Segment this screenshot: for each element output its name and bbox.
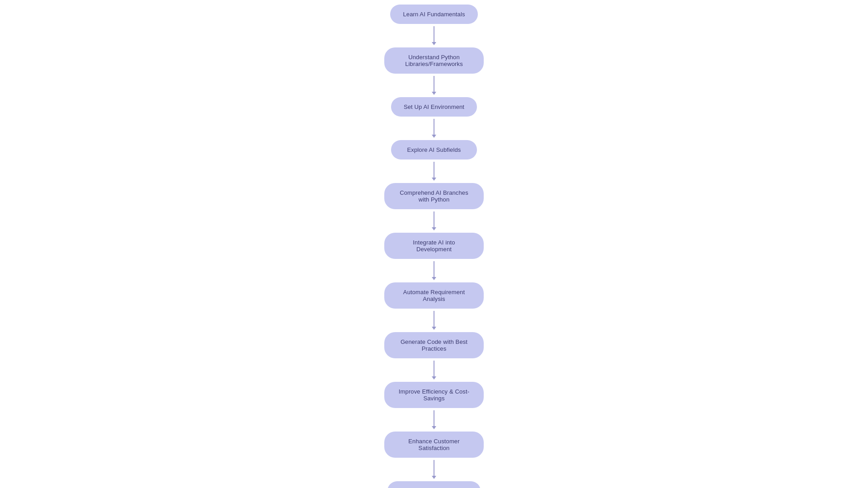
flow-arrow xyxy=(432,476,436,479)
node-1[interactable]: Learn AI Fundamentals xyxy=(390,5,477,24)
flow-connector-10 xyxy=(432,458,436,481)
flow-arrow xyxy=(432,327,436,330)
flow-connector-2 xyxy=(432,74,436,97)
node-8[interactable]: Generate Code with Best Practices xyxy=(384,332,484,358)
flow-line xyxy=(434,211,434,228)
flow-arrow xyxy=(432,426,436,429)
node-9[interactable]: Improve Efficiency & Cost-Savings xyxy=(384,382,484,408)
node-5[interactable]: Comprehend AI Branches with Python xyxy=(384,183,484,209)
node-7[interactable]: Automate Requirement Analysis xyxy=(384,282,484,309)
flow-connector-5 xyxy=(432,209,436,233)
flow-line xyxy=(434,410,434,427)
flow-connector-6 xyxy=(432,259,436,282)
node-11[interactable]: Future-Proof Applications xyxy=(387,481,480,488)
flow-connector-4 xyxy=(432,160,436,183)
flow-connector-7 xyxy=(432,309,436,332)
flow-line xyxy=(434,261,434,277)
node-3[interactable]: Set Up AI Environment xyxy=(391,97,477,117)
flow-line xyxy=(434,460,434,476)
flow-arrow xyxy=(432,277,436,280)
flow-line xyxy=(434,119,434,135)
flowchart: Learn AI FundamentalsUnderstand Python L… xyxy=(0,0,868,488)
flow-connector-3 xyxy=(432,117,436,140)
flow-connector-9 xyxy=(432,408,436,432)
node-2[interactable]: Understand Python Libraries/Frameworks xyxy=(384,47,484,74)
flow-line xyxy=(434,361,434,377)
flow-connector-1 xyxy=(432,24,436,47)
node-10[interactable]: Enhance Customer Satisfaction xyxy=(384,432,484,458)
flow-arrow xyxy=(432,178,436,181)
node-4[interactable]: Explore AI Subfields xyxy=(391,140,477,160)
flow-connector-8 xyxy=(432,358,436,382)
flow-arrow xyxy=(432,92,436,95)
flow-line xyxy=(434,162,434,178)
flow-arrow xyxy=(432,227,436,230)
flow-line xyxy=(434,26,434,42)
flow-line xyxy=(434,311,434,327)
node-6[interactable]: Integrate AI into Development xyxy=(384,233,484,259)
flow-line xyxy=(434,76,434,92)
flow-arrow xyxy=(432,42,436,45)
flow-arrow xyxy=(432,135,436,138)
flow-arrow xyxy=(432,376,436,380)
